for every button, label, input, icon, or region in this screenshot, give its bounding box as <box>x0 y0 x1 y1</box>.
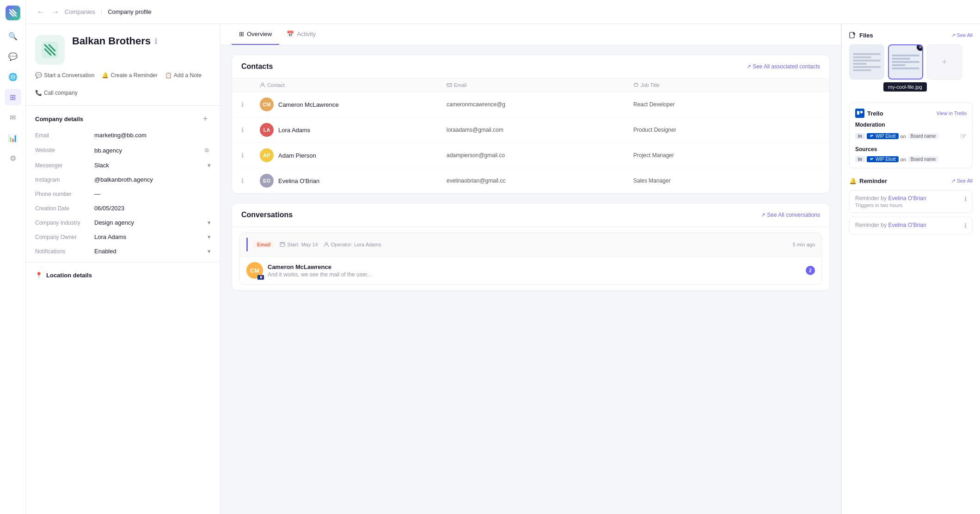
contact-name[interactable]: Cameron McLawrence <box>278 101 339 108</box>
company-logo <box>35 35 65 65</box>
middle-content: Contacts ↗ See All associated contacts C… <box>220 45 841 514</box>
reminder-info-button-2[interactable]: ℹ <box>964 222 967 229</box>
messenger-value: Slack <box>94 162 204 169</box>
sidebar: 🔍 💬 🌐 ⊞ ✉ 📊 ⚙ <box>0 0 26 514</box>
in-badge: in <box>855 133 865 139</box>
file-thumbnail-1[interactable] <box>849 44 884 80</box>
sidebar-icon-settings[interactable]: ⚙ <box>5 150 21 166</box>
contacts-header: Contacts ↗ See All associated contacts <box>232 55 829 79</box>
tab-overview[interactable]: ⊞ Overview <box>232 24 279 45</box>
sidebar-icon-chat[interactable]: 💬 <box>5 48 21 65</box>
file-tooltip: my-cool-file.jpg <box>883 82 927 92</box>
main-content: ← → Companies | Company profile <box>26 0 980 514</box>
messenger-label: Messenger <box>35 162 91 169</box>
contact-info: CM Cameron McLawrence <box>260 98 447 111</box>
moderation-board[interactable]: Board name <box>908 133 938 139</box>
info-icon: ℹ <box>154 37 157 46</box>
files-title-text: Files <box>859 32 873 39</box>
contact-info: EO Evelina O'Brian <box>260 174 447 188</box>
contact-name[interactable]: Lora Adams <box>278 127 310 134</box>
industry-label: Company Industry <box>35 220 91 226</box>
contact-email: cameronmcawrence@g <box>447 101 633 108</box>
company-details-title: Company details <box>35 116 83 122</box>
conv-unread-badge: 2 <box>806 266 815 275</box>
detail-industry: Company Industry Design agency ▾ <box>26 215 220 230</box>
sidebar-icon-search[interactable]: 🔍 <box>5 28 21 44</box>
conversation-body: CM 🇫🇷 Cameron McLawrence And it works, w… <box>240 257 821 284</box>
industry-dropdown-arrow[interactable]: ▾ <box>208 219 211 226</box>
instagram-label: Instagram <box>35 177 91 183</box>
forward-button[interactable]: → <box>50 6 61 18</box>
add-detail-button[interactable]: + <box>200 113 211 124</box>
tab-activity[interactable]: 📅 Activity <box>279 24 323 45</box>
trello-header: Trello View in Trello <box>855 109 967 118</box>
contact-info: LA Lora Adams <box>260 123 447 137</box>
row-info-icon[interactable]: ℹ <box>241 152 260 159</box>
col-contact: Contact <box>260 82 447 88</box>
location-details-header[interactable]: 📍 Location details <box>26 266 220 284</box>
files-grid: ✕ my-cool-file.jpg + <box>849 44 973 80</box>
phone-value: — <box>94 190 211 197</box>
svg-rect-7 <box>870 134 874 139</box>
reminder-info-button-1[interactable]: ℹ <box>964 195 967 202</box>
sidebar-icon-globe[interactable]: 🌐 <box>5 68 21 85</box>
middle-panel: ⊞ Overview 📅 Activity Contacts ↗ See All… <box>220 24 841 514</box>
sources-board[interactable]: Board name <box>908 156 938 162</box>
messenger-dropdown-arrow[interactable]: ▾ <box>208 162 211 169</box>
conv-channel-badge: Email <box>253 241 274 248</box>
overview-tab-icon: ⊞ <box>239 31 244 37</box>
conv-operator: Operator: Lora Adams <box>324 242 381 247</box>
conversations-title: Conversations <box>241 211 293 219</box>
conv-flag: 🇫🇷 <box>257 275 264 280</box>
activity-tab-icon: 📅 <box>287 31 294 37</box>
note-icon: 📋 <box>165 72 172 79</box>
see-all-contacts-link[interactable]: ↗ See All associated contacts <box>747 63 820 70</box>
detail-instagram: Instagram @balkanbroth.agency <box>26 172 220 187</box>
reminder-item-1: ℹ Reminder by Evelina O'Brian Triggers i… <box>849 190 973 213</box>
conversation-item[interactable]: Email Start: May 14 Operator: Lora Adams… <box>239 233 822 285</box>
contacts-title: Contacts <box>241 62 273 71</box>
owner-dropdown-arrow[interactable]: ▾ <box>208 233 211 240</box>
start-conversation-button[interactable]: 💬 Start a Conversation <box>35 70 94 80</box>
notifications-dropdown-arrow[interactable]: ▾ <box>208 248 211 255</box>
contact-name[interactable]: Adam Pierson <box>278 152 316 159</box>
right-panel: Files ↗ See All <box>841 24 980 514</box>
add-note-button[interactable]: 📋 Add a Note <box>165 70 202 80</box>
contact-job: Project Manager <box>633 152 820 159</box>
file-close-button[interactable]: ✕ <box>917 44 923 51</box>
sidebar-icon-home[interactable]: ⊞ <box>5 89 21 105</box>
sidebar-icon-chart[interactable]: 📊 <box>5 129 21 146</box>
industry-value: Design agency <box>94 219 204 226</box>
see-all-files-link[interactable]: ↗ See All <box>951 32 973 38</box>
reminder-section: 🔔 Reminder ↗ See All ℹ Reminder by Eveli… <box>849 177 973 234</box>
copy-website-button[interactable]: ⧉ <box>203 146 211 154</box>
details-panel: Company details + Email marketing@bb.com… <box>26 106 220 514</box>
sidebar-icon-send[interactable]: ✉ <box>5 109 21 126</box>
create-reminder-button[interactable]: 🔔 Create a Reminder <box>102 70 157 80</box>
breadcrumb-companies[interactable]: Companies <box>65 8 95 15</box>
row-info-icon[interactable]: ℹ <box>241 101 260 108</box>
trello-logo-icon <box>855 109 864 118</box>
company-name: Balkan Brothers ℹ <box>72 35 157 47</box>
row-info-icon[interactable]: ℹ <box>241 126 260 134</box>
company-details-header: Company details + <box>26 106 220 128</box>
call-company-button[interactable]: 📞 Call company <box>35 88 78 98</box>
contact-name[interactable]: Evelina O'Brian <box>278 177 319 184</box>
website-value[interactable]: bb.agency <box>94 147 199 154</box>
email-value: marketing@bb.com <box>94 132 211 139</box>
moderation-row: in WIP Eliott on Board name ☞ <box>855 132 967 141</box>
file-thumbnail-2[interactable]: ✕ <box>888 44 923 80</box>
row-info-icon[interactable]: ℹ <box>241 177 260 184</box>
see-all-conversations-link[interactable]: ↗ See All conversations <box>761 212 820 218</box>
trello-card: Trello View in Trello Moderation in WIP … <box>849 103 973 168</box>
contact-job: Product Designer <box>633 127 820 133</box>
back-button[interactable]: ← <box>35 6 46 18</box>
trello-view-link[interactable]: View in Trello <box>937 110 967 116</box>
conv-indicator <box>246 238 248 251</box>
trello-section: Trello View in Trello Moderation in WIP … <box>849 103 973 168</box>
moderation-title: Moderation <box>855 122 967 128</box>
see-all-reminders-link[interactable]: ↗ See All <box>951 178 973 184</box>
conversations-header: Conversations ↗ See All conversations <box>232 203 829 227</box>
website-label: Website <box>35 147 91 153</box>
add-file-button[interactable]: + <box>927 44 962 80</box>
